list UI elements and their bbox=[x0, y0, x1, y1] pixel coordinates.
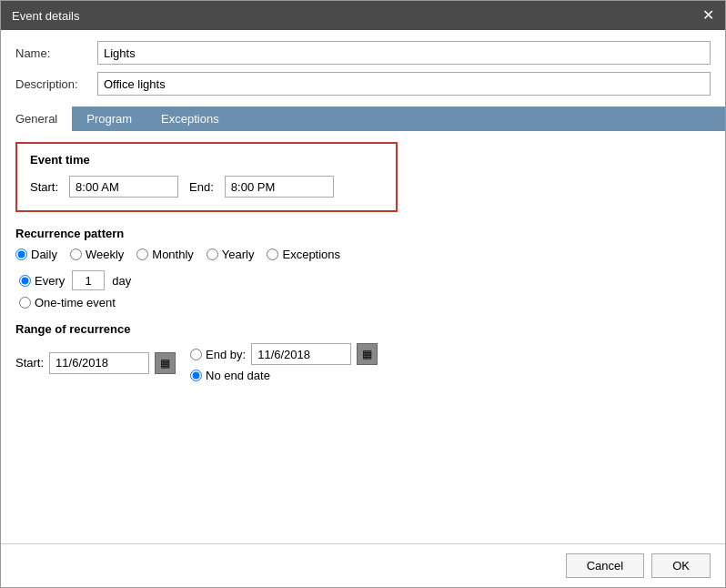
close-button[interactable]: ✕ bbox=[702, 8, 714, 23]
name-label: Name: bbox=[15, 46, 97, 60]
every-unit: day bbox=[112, 274, 131, 288]
end-time-input[interactable] bbox=[225, 176, 334, 198]
event-time-title: Event time bbox=[30, 153, 383, 167]
time-row: Start: End: bbox=[30, 176, 383, 198]
recurrence-daily[interactable]: Daily bbox=[15, 248, 57, 261]
radio-yearly[interactable] bbox=[207, 248, 218, 260]
end-calendar-icon: ▦ bbox=[362, 348, 372, 360]
tab-general[interactable]: General bbox=[1, 106, 72, 131]
dialog-title: Event details bbox=[12, 9, 79, 23]
event-time-section: Event time Start: End: bbox=[15, 142, 398, 212]
range-start-input[interactable] bbox=[49, 352, 149, 374]
recurrence-yearly[interactable]: Yearly bbox=[207, 248, 255, 261]
range-title: Range of recurrence bbox=[15, 322, 711, 336]
range-start-calendar-button[interactable]: ▦ bbox=[155, 352, 176, 374]
range-row: Start: ▦ End by: ▦ bbox=[15, 343, 711, 382]
radio-exceptions[interactable] bbox=[267, 248, 278, 260]
end-label: End: bbox=[189, 180, 214, 194]
name-input[interactable] bbox=[97, 41, 711, 65]
no-end-option[interactable]: No end date bbox=[190, 369, 270, 382]
recurrence-options-row: Daily Weekly Monthly Yearly Exceptions bbox=[15, 248, 711, 261]
calendar-icon: ▦ bbox=[160, 357, 170, 370]
description-row: Description: bbox=[15, 72, 711, 96]
description-label: Description: bbox=[15, 77, 97, 91]
tab-program[interactable]: Program bbox=[72, 106, 146, 131]
event-details-dialog: Event details ✕ Name: Description: Gener… bbox=[0, 0, 726, 588]
start-label: Start: bbox=[30, 180, 58, 194]
radio-one-time[interactable] bbox=[19, 297, 31, 309]
radio-weekly[interactable] bbox=[70, 248, 82, 260]
description-input[interactable] bbox=[97, 72, 711, 96]
name-row: Name: bbox=[15, 41, 711, 65]
range-section: Range of recurrence Start: ▦ End by: bbox=[15, 322, 711, 382]
radio-monthly[interactable] bbox=[136, 248, 148, 260]
recurrence-weekly[interactable]: Weekly bbox=[70, 248, 124, 261]
start-time-input[interactable] bbox=[69, 176, 178, 198]
cancel-button[interactable]: Cancel bbox=[566, 553, 644, 578]
range-start-label: Start: bbox=[15, 356, 44, 370]
end-by-option[interactable]: End by: bbox=[190, 348, 246, 361]
recurrence-exceptions[interactable]: Exceptions bbox=[267, 248, 340, 261]
every-row: Every day bbox=[19, 270, 711, 290]
end-by-input[interactable] bbox=[251, 343, 351, 365]
radio-no-end[interactable] bbox=[190, 370, 202, 381]
ok-button[interactable]: OK bbox=[651, 553, 711, 578]
form-area: Name: Description: bbox=[1, 30, 725, 103]
radio-every[interactable] bbox=[19, 275, 31, 287]
no-end-row: No end date bbox=[190, 369, 378, 382]
recurrence-section: Recurrence pattern Daily Weekly Monthly … bbox=[15, 227, 711, 309]
range-end-group: End by: ▦ No end date bbox=[190, 343, 378, 382]
recurrence-monthly[interactable]: Monthly bbox=[136, 248, 194, 261]
tab-content-general: Event time Start: End: Recurrence patter… bbox=[1, 131, 725, 543]
title-bar: Event details ✕ bbox=[1, 1, 725, 30]
recurrence-title: Recurrence pattern bbox=[15, 227, 711, 240]
every-value-input[interactable] bbox=[72, 270, 105, 290]
radio-end-by[interactable] bbox=[190, 349, 202, 360]
end-by-calendar-button[interactable]: ▦ bbox=[357, 343, 378, 365]
radio-daily[interactable] bbox=[15, 248, 27, 260]
tab-exceptions[interactable]: Exceptions bbox=[146, 106, 234, 131]
end-by-row: End by: ▦ bbox=[190, 343, 378, 365]
sub-one-time[interactable]: One-time event bbox=[19, 296, 116, 309]
tab-bar: General Program Exceptions bbox=[1, 106, 725, 131]
one-time-row: One-time event bbox=[19, 296, 711, 309]
sub-recurrence-section: Every day One-time event bbox=[19, 270, 711, 309]
footer: Cancel OK bbox=[1, 543, 725, 587]
sub-every[interactable]: Every bbox=[19, 274, 65, 288]
range-start-group: Start: ▦ bbox=[15, 352, 176, 374]
